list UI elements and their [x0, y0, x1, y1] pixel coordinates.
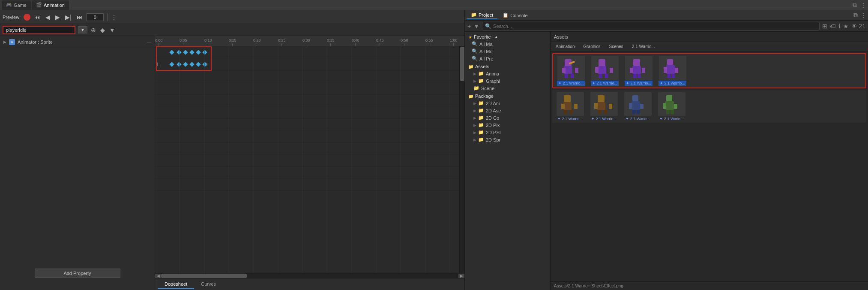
asset-tab-graphics[interactable]: Graphics	[580, 43, 604, 50]
keyframe-6[interactable]	[202, 50, 207, 54]
keyframe-row2-3[interactable]	[183, 62, 188, 66]
overflow-menu-icon[interactable]: ⋮	[860, 2, 866, 9]
tab-game[interactable]: 🎮 Game	[2, 0, 31, 10]
asset-item-1-2[interactable]: ✦ 2.1 Warrio...	[589, 56, 621, 86]
scrollbar-thumb[interactable]	[460, 47, 464, 81]
assets-header[interactable]: 📁 Assets	[465, 63, 550, 70]
asset-tab-scenes[interactable]: Scenes	[605, 43, 626, 50]
asset-item-1-4[interactable]: ✦ 2.1 Warrio...	[656, 56, 688, 86]
scrollbar-thumb-h[interactable]	[161, 274, 247, 278]
add-property-button[interactable]: Add Property	[35, 269, 120, 278]
clip-dropdown-button[interactable]: ▼	[78, 26, 87, 33]
animator-sprite-property: ▶ A Animator : Sprite —	[0, 36, 155, 48]
tree-graphics[interactable]: ▶ 📁 Graphi	[465, 77, 550, 85]
tree-2d-pix[interactable]: ▶ 📁 2D Pix	[465, 121, 550, 129]
svg-rect-59	[666, 110, 670, 114]
add-asset-button[interactable]: +	[467, 23, 471, 30]
project-tab-label: Project	[479, 12, 493, 18]
tree-animation[interactable]: ▶ 📁 Anima	[465, 70, 550, 77]
tab-project[interactable]: 📁 Project	[467, 11, 497, 19]
tag-icon[interactable]: 🏷	[830, 23, 836, 30]
keyframe-5[interactable]	[196, 50, 201, 54]
search-all-pre[interactable]: 🔍 All Pre	[465, 55, 550, 62]
center-keyframe-button[interactable]: ⊕	[90, 26, 97, 34]
main-layout: Preview ⏮ ◀ ▶ ▶| ⏭ ⋮ ▼ ⊕ ◆ ▼ ▶ A	[0, 10, 868, 290]
asset-item-2-3[interactable]: ✦ 2.1 Wario...	[622, 92, 654, 121]
2d-ani-label: 2D Ani	[486, 101, 500, 106]
tab-curves[interactable]: Curves	[194, 280, 223, 289]
timeline-menu-icon[interactable]: ⋮	[111, 14, 117, 21]
graphics-folder-label: Graphi	[486, 79, 500, 84]
search-input[interactable]	[493, 24, 816, 29]
keyframe-1[interactable]	[169, 50, 174, 54]
keyframe-button[interactable]: ◆	[99, 26, 106, 34]
keyframe-area[interactable]	[155, 46, 464, 273]
2d-co-folder-icon: 📁	[478, 115, 484, 121]
asset-tab-animation[interactable]: Animation	[552, 43, 578, 50]
skip-to-end-button[interactable]: ⏭	[75, 13, 84, 21]
play-button[interactable]: ▶	[54, 13, 61, 21]
svg-rect-37	[564, 95, 571, 102]
asset-item-2-1[interactable]: ✦ 2.1 Warrio...	[554, 92, 586, 121]
svg-rect-23	[599, 74, 602, 78]
keyframe-2[interactable]	[177, 50, 181, 54]
asset-item-2-2[interactable]: ✦ 2.1 Warrio...	[588, 92, 620, 121]
clip-name-input[interactable]	[3, 26, 75, 34]
keyframe-row2-4[interactable]	[189, 62, 194, 66]
vertical-scrollbar[interactable]	[459, 46, 464, 273]
asset-thumb-2-2	[590, 92, 618, 116]
collapse-right-icon[interactable]: ⧉	[853, 12, 858, 19]
assets-label: Assets	[475, 64, 489, 69]
search-pre-icon: 🔍	[472, 56, 478, 61]
scroll-left-arrow[interactable]: ◀	[155, 274, 161, 278]
filter-icon[interactable]: ⊞	[822, 23, 827, 30]
asset-item-1-1[interactable]: ✦ 2.1 Warrio...	[555, 56, 587, 86]
tree-2d-ani[interactable]: ▶ 📁 2D Ani	[465, 100, 550, 107]
tree-2d-psi[interactable]: ▶ 📁 2D PSI	[465, 129, 550, 136]
prev-frame-button[interactable]: ◀	[44, 13, 51, 21]
keyframe-row2-2[interactable]	[177, 62, 181, 66]
tree-2d-co[interactable]: ▶ 📁 2D Co	[465, 114, 550, 121]
keyframe-4[interactable]	[189, 50, 194, 54]
keyframe-row2-1[interactable]	[169, 62, 174, 66]
add-asset-dropdown[interactable]: ▼	[473, 23, 479, 30]
tree-2d-ase[interactable]: ▶ 📁 2D Ase	[465, 107, 550, 114]
visibility-icon[interactable]: 👁 21	[851, 23, 865, 30]
info-icon[interactable]: ℹ	[838, 23, 841, 30]
asset-thumb-1-3	[625, 56, 652, 80]
favorites-header[interactable]: ★ Favorite ▲	[465, 33, 550, 40]
search-all-ma[interactable]: 🔍 All Ma	[465, 40, 550, 48]
scroll-right-arrow[interactable]: ▶	[458, 274, 464, 278]
favorite-icon[interactable]: ★	[843, 23, 849, 30]
search-all-mo[interactable]: 🔍 All Mo	[465, 48, 550, 55]
svg-rect-49	[632, 95, 638, 101]
tab-console[interactable]: 📋 Console	[498, 12, 532, 19]
ruler-mark-0:25: 0:25	[278, 38, 286, 46]
tree-scenes[interactable]: 📁 Scene	[465, 85, 550, 92]
tab-animation[interactable]: 🎬 Animation	[32, 0, 69, 10]
horizontal-scrollbar[interactable]: ◀ ▶	[155, 273, 464, 278]
collapse-icon[interactable]: ⧉	[853, 1, 857, 9]
keyframe-3[interactable]	[183, 50, 188, 54]
tab-dopesheet[interactable]: Dopesheet	[158, 280, 194, 289]
asset-thumb-2-1	[557, 92, 584, 116]
frame-input[interactable]	[87, 13, 104, 21]
asset-item-2-4[interactable]: ✦ 2.1 Wario...	[655, 92, 688, 121]
collapse-property-button[interactable]: —	[147, 39, 151, 44]
expand-arrow-icon[interactable]: ▶	[3, 40, 6, 44]
tree-2d-spr[interactable]: ▶ 📁 2D Spr	[465, 136, 550, 143]
svg-rect-54	[637, 110, 640, 114]
skip-to-start-button[interactable]: ⏮	[33, 13, 42, 21]
record-button[interactable]	[24, 14, 30, 21]
add-keyframe-button[interactable]: ▼	[108, 26, 116, 34]
asset-item-1-3[interactable]: ✦ 2.1 Warrio...	[623, 56, 655, 86]
keyframe-row2-5[interactable]	[196, 62, 201, 66]
all-pre-label: All Pre	[479, 56, 493, 61]
asset-thumb-1-2	[591, 56, 619, 80]
next-frame-button[interactable]: ▶|	[64, 13, 73, 21]
keyframe-row-9	[155, 142, 464, 154]
overflow-right-menu-icon[interactable]: ⋮	[860, 12, 866, 19]
packages-header[interactable]: 📁 Package	[465, 93, 550, 100]
asset-tab-warrior[interactable]: 2.1 Warrio...	[629, 43, 658, 50]
asset-grid[interactable]: ✦ 2.1 Warrio...	[551, 51, 868, 281]
